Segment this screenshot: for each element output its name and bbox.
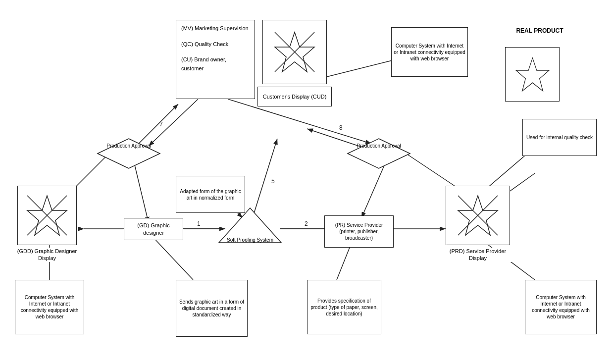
real-product-display-box — [505, 47, 560, 102]
star-icon-cud — [272, 30, 317, 74]
computer-system-bottom-left: Computer System with Internet or Intrane… — [15, 280, 84, 334]
diamond-right-svg: Production Approval — [347, 138, 411, 170]
qc-label: (QC) Quality Check — [181, 40, 250, 49]
prd-display-box — [446, 186, 510, 245]
soft-proofing-label: Soft Proofing System — [218, 237, 282, 243]
svg-line-11 — [134, 161, 149, 223]
svg-text:1: 1 — [197, 220, 201, 227]
diagram-container: 1 2 3 4 5 6 7 8 (MV) Marketing Supervisi… — [0, 0, 614, 364]
computer-system-prd: Computer System with Internet or Intrane… — [525, 280, 597, 334]
used-for-internal-box: Used for internal quality check — [522, 119, 597, 156]
star-icon-prd — [456, 193, 500, 238]
sends-graphic-art-box: Sends graphic art in a form of digital d… — [176, 280, 248, 337]
star-icon-gdd — [25, 193, 69, 238]
roles-box: (MV) Marketing Supervision (QC) Quality … — [176, 20, 255, 99]
pr-service-provider-box: (PR) Service Provider (printer, publishe… — [324, 215, 394, 248]
svg-line-18 — [337, 243, 352, 280]
cu-label: (CU) Brand owner, customer — [181, 55, 250, 73]
svg-marker-34 — [516, 58, 549, 91]
svg-text:7: 7 — [159, 121, 163, 128]
svg-text:5: 5 — [271, 178, 275, 185]
soft-proofing-system: Soft Proofing System — [218, 208, 282, 245]
mv-label: (MV) Marketing Supervision — [181, 24, 250, 33]
production-approval-right: Production Approval — [347, 138, 411, 170]
prd-label: (PRD) Service Provider Display — [443, 248, 512, 262]
svg-text:2: 2 — [305, 220, 308, 227]
diamond-left-svg: Production Approval — [97, 138, 161, 170]
computer-system-top: Computer System with Internet or Intrane… — [391, 27, 468, 77]
gdd-label: (GDD) Graphic Designer Display — [15, 248, 79, 262]
svg-line-6 — [253, 139, 277, 218]
svg-text:8: 8 — [339, 124, 343, 131]
svg-line-17 — [154, 238, 193, 280]
provides-specification-box: Provides specification of product (type … — [307, 280, 381, 334]
svg-line-16 — [327, 59, 396, 77]
star-icon-real — [514, 56, 551, 93]
production-approval-left: Production Approval — [97, 138, 161, 170]
real-product-label: REAL PRODUCT — [515, 27, 564, 35]
gd-box: (GD) Graphic designer — [124, 218, 183, 240]
gdd-display-box — [17, 186, 77, 245]
customers-display-box — [262, 20, 327, 84]
customers-display-label: Customer's Display (CUD) — [257, 87, 332, 106]
